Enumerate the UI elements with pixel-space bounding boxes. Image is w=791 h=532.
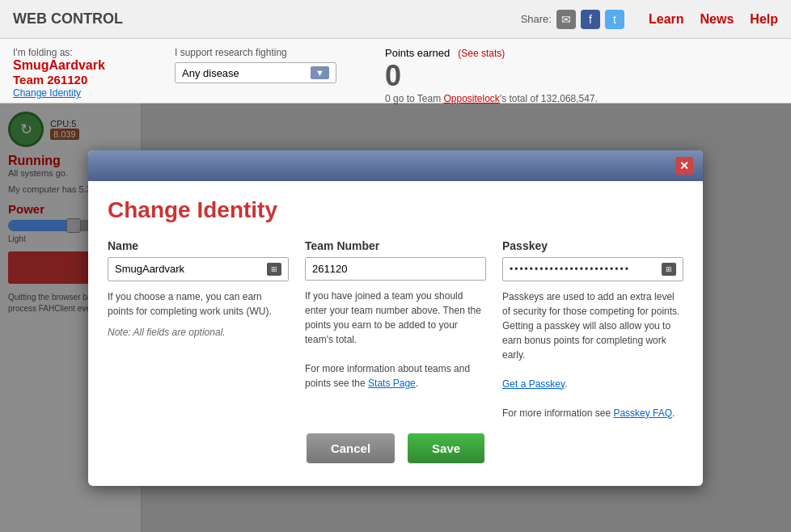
passkey-label: Passkey xyxy=(502,239,683,252)
share-email-icon[interactable]: ✉ xyxy=(556,10,576,29)
points-value: 0 xyxy=(385,59,598,93)
share-label: Share: xyxy=(521,13,552,25)
team-input[interactable] xyxy=(312,263,479,275)
disease-dropdown[interactable]: Any disease ▼ xyxy=(175,62,336,83)
points-info: 0 go to Team Oppositelock's total of 132… xyxy=(385,93,598,104)
passkey-dots: •••••••••••••••••••••••• xyxy=(510,264,662,275)
share-twitter-icon[interactable]: t xyxy=(605,10,624,29)
cancel-button[interactable]: Cancel xyxy=(307,433,395,463)
team-number: Team 261120 xyxy=(13,73,142,87)
app-title: WEB CONTROL xyxy=(13,11,123,27)
name-input[interactable] xyxy=(115,263,267,275)
get-passkey-link[interactable]: Get a Passkey xyxy=(502,378,565,390)
modal-columns: Name ⊞ If you choose a name, you can ear… xyxy=(108,239,683,420)
nav-learn[interactable]: Learn xyxy=(649,12,684,27)
name-column: Name ⊞ If you choose a name, you can ear… xyxy=(108,239,289,420)
modal-overlay: ✕ Change Identity Name ⊞ If you choose a… xyxy=(0,103,791,532)
save-button[interactable]: Save xyxy=(408,433,484,463)
disease-value: Any disease xyxy=(182,67,239,79)
name-label: Name xyxy=(108,239,289,252)
share-area: Share: ✉ f t xyxy=(521,10,624,29)
team-input-wrapper xyxy=(305,257,486,281)
header-bar: WEB CONTROL Share: ✉ f t Learn News Help xyxy=(0,0,791,39)
passkey-column: Passkey •••••••••••••••••••••••• ⊞ Passk… xyxy=(502,239,683,420)
share-facebook-icon[interactable]: f xyxy=(581,10,600,29)
team-column: Team Number If you have joined a team yo… xyxy=(305,239,486,420)
change-identity-link[interactable]: Change Identity xyxy=(13,87,81,99)
name-description: If you choose a name, you can earn point… xyxy=(108,289,289,340)
team-link[interactable]: Oppositelock xyxy=(444,93,500,104)
folding-label: I'm folding as: xyxy=(13,47,142,58)
points-label: Points earned xyxy=(385,47,450,59)
modal-footer: Cancel Save xyxy=(108,420,683,467)
folding-section: I'm folding as: SmugAardvark Team 261120… xyxy=(13,47,142,99)
username: SmugAardvark xyxy=(13,58,142,73)
research-section: I support research fighting Any disease … xyxy=(175,47,353,83)
points-section: Points earned (See stats) 0 0 go to Team… xyxy=(385,47,598,104)
main-area: ↻ CPU:5 8.039 Running All systems go. My… xyxy=(0,103,791,532)
modal-close-button[interactable]: ✕ xyxy=(675,157,693,175)
passkey-description: Passkeys are used to add an extra level … xyxy=(502,289,683,420)
nav-links: Learn News Help xyxy=(649,12,778,27)
info-bar: I'm folding as: SmugAardvark Team 261120… xyxy=(0,39,791,103)
passkey-faq-link[interactable]: Passkey FAQ xyxy=(613,407,672,419)
passkey-icon[interactable]: ⊞ xyxy=(662,263,676,276)
team-description: If you have joined a team you should ent… xyxy=(305,289,486,391)
points-prefix: 0 go to Team xyxy=(385,93,444,104)
dropdown-arrow-icon: ▼ xyxy=(311,66,329,79)
team-label: Team Number xyxy=(305,239,486,252)
modal-header: ✕ xyxy=(88,150,703,181)
modal-body: Change Identity Name ⊞ If you choose a n… xyxy=(88,181,703,486)
modal-title: Change Identity xyxy=(108,197,683,223)
name-input-wrapper: ⊞ xyxy=(108,257,289,281)
passkey-input-wrapper: •••••••••••••••••••••••• ⊞ xyxy=(502,257,683,281)
nav-news[interactable]: News xyxy=(700,12,734,27)
points-suffix: 's total of 132,068,547. xyxy=(500,93,598,104)
name-icon[interactable]: ⊞ xyxy=(267,263,281,276)
name-note: Note: All fields are optional. xyxy=(108,325,289,340)
nav-help[interactable]: Help xyxy=(750,12,778,27)
change-identity-modal: ✕ Change Identity Name ⊞ If you choose a… xyxy=(88,150,703,486)
stats-page-link[interactable]: Stats Page xyxy=(368,378,416,389)
research-label: I support research fighting xyxy=(175,47,353,58)
see-stats-link[interactable]: (See stats) xyxy=(458,48,505,59)
